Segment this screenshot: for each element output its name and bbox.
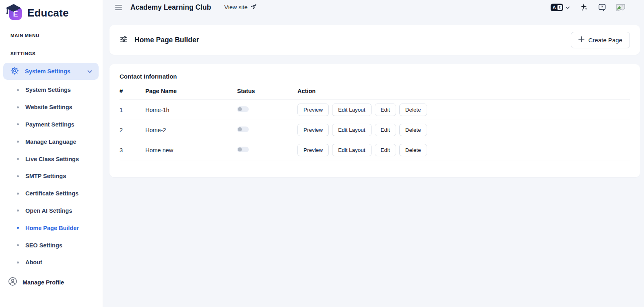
preview-button[interactable]: Preview [297, 144, 329, 156]
sidebar-item-website-settings[interactable]: Website Settings [0, 99, 103, 116]
bullet-icon [17, 210, 19, 212]
manage-profile-label: Manage Profile [23, 279, 64, 286]
sidebar-item-about[interactable]: About [0, 254, 103, 271]
bullet-icon [17, 158, 19, 160]
status-toggle[interactable] [237, 147, 249, 152]
bullet-icon [17, 89, 19, 91]
delete-button[interactable]: Delete [399, 144, 427, 156]
sidebar-item-home-page-builder[interactable]: Home Page Builder [0, 219, 103, 236]
pages-table: # Page Name Status Action 1 Home-1h Prev… [120, 88, 630, 160]
educate-logo-icon: E [5, 3, 24, 23]
bullet-icon [17, 244, 19, 246]
help-chat-icon[interactable]: ? [597, 3, 607, 12]
sidebar-item-certificate-settings[interactable]: Certificate Settings [0, 185, 103, 202]
col-header-page-name: Page Name [145, 88, 237, 100]
row-index: 1 [120, 100, 145, 120]
gear-icon [10, 66, 19, 77]
avatar-broken-image-icon[interactable] [616, 3, 625, 12]
edit-layout-button[interactable]: Edit Layout [332, 104, 372, 116]
edit-button[interactable]: Edit [375, 124, 396, 136]
sidebar-parent-label: System Settings [25, 68, 70, 75]
page-title: Home Page Builder [134, 36, 199, 44]
edit-layout-button[interactable]: Edit Layout [332, 144, 372, 156]
settings-subnav: System Settings Website Settings Payment… [0, 81, 103, 271]
bullet-icon [17, 261, 19, 263]
main-area: Academy Learning Club View site A z [103, 0, 644, 307]
bullet-icon [17, 141, 19, 143]
bullet-icon [17, 123, 19, 125]
col-header-index: # [120, 88, 145, 100]
sliders-icon [120, 35, 128, 45]
table-header-row: # Page Name Status Action [120, 88, 630, 100]
chevron-down-icon [566, 4, 570, 11]
plus-icon [578, 36, 584, 44]
sidebar-item-system-settings-parent[interactable]: System Settings [3, 63, 99, 80]
bullet-icon [17, 175, 19, 177]
row-page-name: Home-1h [145, 100, 237, 120]
brand-logo-link[interactable]: E Educate [0, 0, 103, 23]
topbar: Academy Learning Club View site A z [103, 0, 644, 15]
page-header-card: Home Page Builder Create Page [109, 25, 640, 55]
user-circle-icon [8, 277, 17, 288]
content: Home Page Builder Create Page Contact In… [103, 15, 644, 307]
view-site-label: View site [224, 4, 248, 10]
create-page-button[interactable]: Create Page [571, 32, 630, 48]
section-label-settings: SETTINGS [0, 51, 103, 56]
row-index: 2 [120, 120, 145, 140]
brand-name: Educate [27, 7, 69, 19]
sidebar-item-system-settings[interactable]: System Settings [0, 81, 103, 99]
status-toggle[interactable] [237, 106, 249, 112]
pages-table-card: Contact Information # Page Name Status A… [109, 64, 640, 177]
language-selector[interactable]: A z [551, 4, 570, 11]
edit-button[interactable]: Edit [375, 144, 396, 156]
sidebar-item-manage-language[interactable]: Manage Language [0, 133, 103, 150]
chevron-down-icon [87, 68, 92, 75]
table-row: 3 Home new Preview Edit Layout Edit Dele… [120, 140, 630, 160]
view-site-link[interactable]: View site [224, 4, 257, 11]
sidebar-item-smtp-settings[interactable]: SMTP Settings [0, 168, 103, 185]
bullet-icon [17, 193, 19, 195]
sparkles-icon[interactable] [579, 3, 588, 12]
sidebar: E Educate MAIN MENU SETTINGS System Sett… [0, 0, 103, 307]
sidebar-item-open-ai-settings[interactable]: Open AI Settings [0, 202, 103, 220]
table-row: 1 Home-1h Preview Edit Layout Edit Delet… [120, 100, 630, 120]
row-page-name: Home-2 [145, 120, 237, 140]
translate-icon: A z [551, 4, 563, 11]
preview-button[interactable]: Preview [297, 104, 329, 116]
col-header-status: Status [237, 88, 297, 100]
sidebar-item-payment-settings[interactable]: Payment Settings [0, 116, 103, 133]
status-toggle[interactable] [237, 127, 249, 132]
site-title: Academy Learning Club [130, 3, 211, 12]
bullet-icon [17, 227, 19, 229]
hamburger-menu-icon[interactable] [114, 3, 124, 12]
svg-text:?: ? [601, 5, 603, 9]
topbar-right: A z ? [551, 3, 625, 12]
edit-layout-button[interactable]: Edit Layout [332, 124, 372, 136]
delete-button[interactable]: Delete [399, 124, 427, 136]
row-page-name: Home new [145, 140, 237, 160]
table-row: 2 Home-2 Preview Edit Layout Edit Delete [120, 120, 630, 140]
delete-button[interactable]: Delete [399, 104, 427, 116]
sidebar-item-live-class-settings[interactable]: Live Class Settings [0, 150, 103, 168]
bullet-icon [17, 106, 19, 108]
send-icon [250, 4, 257, 11]
table-section-title: Contact Information [120, 73, 630, 80]
sidebar-item-manage-profile[interactable]: Manage Profile [0, 274, 103, 291]
preview-button[interactable]: Preview [297, 124, 329, 136]
col-header-action: Action [297, 88, 630, 100]
sidebar-item-seo-settings[interactable]: SEO Settings [0, 236, 103, 254]
row-index: 3 [120, 140, 145, 160]
edit-button[interactable]: Edit [375, 104, 396, 116]
section-label-main-menu: MAIN MENU [0, 33, 103, 38]
